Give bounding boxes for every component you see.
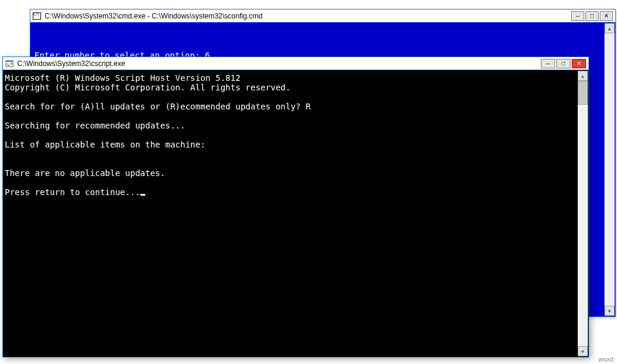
term-line: Press return to continue... [5, 187, 140, 197]
close-button[interactable]: ✕ [600, 11, 613, 21]
term-line: Microsoft (R) Windows Script Host Versio… [5, 73, 240, 83]
minimize-button[interactable]: – [541, 59, 555, 68]
svg-rect-1 [6, 61, 13, 62]
term-line: Searching for recommended updates... [5, 121, 185, 130]
term-line: There are no applicable updates. [5, 168, 165, 178]
term-line: List of applicable items on the machine: [5, 140, 205, 149]
cscript-titlebar[interactable]: C:\Windows\System32\cscript.exe – □ ✕ [3, 57, 588, 70]
terminal-cursor [140, 194, 145, 196]
close-button[interactable]: ✕ [572, 59, 586, 68]
scroll-up-icon[interactable]: ▴ [605, 23, 615, 33]
cscript-icon [5, 59, 14, 68]
maximize-icon: □ [590, 13, 594, 19]
scroll-thumb[interactable] [578, 81, 588, 105]
minimize-icon: – [546, 61, 550, 67]
term-line: Search for for (A)ll updates or (R)ecomm… [5, 102, 311, 111]
cscript-window-buttons: – □ ✕ [541, 59, 586, 68]
maximize-button[interactable]: □ [556, 59, 571, 68]
minimize-button[interactable]: – [571, 11, 584, 21]
cscript-terminal[interactable]: Microsoft (R) Windows Script Host Versio… [4, 71, 578, 356]
cmd-icon [33, 12, 41, 20]
cmd-title-text: C:\Windows\System32\cmd.exe - C:\Windows… [45, 12, 571, 20]
scroll-down-icon[interactable]: ▾ [578, 346, 588, 356]
cmd-window-buttons: – □ ✕ [571, 11, 613, 21]
cmd-titlebar[interactable]: C:\Windows\System32\cmd.exe - C:\Windows… [30, 10, 615, 23]
term-line: Copyright (C) Microsoft Corporation. All… [5, 83, 290, 92]
maximize-button[interactable]: □ [585, 11, 599, 21]
minimize-icon: – [576, 13, 580, 19]
cscript-window: C:\Windows\System32\cscript.exe – □ ✕ Mi… [2, 57, 589, 357]
watermark: wsxd [599, 356, 613, 363]
scroll-down-icon[interactable]: ▾ [605, 306, 615, 316]
close-icon: ✕ [604, 13, 609, 19]
maximize-icon: □ [562, 61, 565, 67]
cscript-title-text: C:\Windows\System32\cscript.exe [17, 59, 541, 68]
cscript-scrollbar[interactable]: ▴ ▾ [578, 71, 588, 356]
cmd-scrollbar[interactable]: ▴ ▾ [605, 23, 615, 316]
close-icon: ✕ [577, 61, 581, 67]
scroll-up-icon[interactable]: ▴ [578, 71, 588, 81]
